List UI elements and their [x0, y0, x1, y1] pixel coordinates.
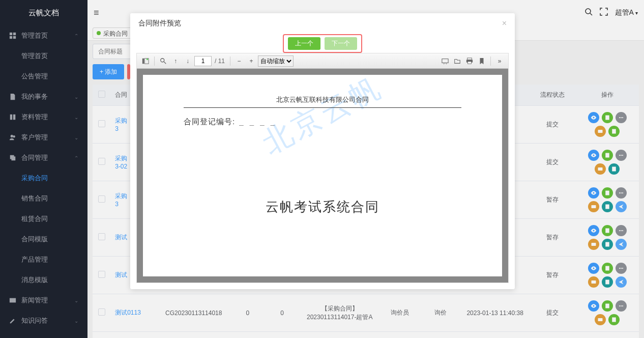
doc-company: 北京云帆互联科技有限公司合同	[184, 95, 461, 107]
pdf-paper: 北京云帆 北京云帆互联科技有限公司合同 合同登记编号:_ _ _ _ 云帆考试系…	[143, 75, 502, 276]
pdf-toolbar: ↑ ↓ / 11 − + 自动缩放 »	[137, 53, 508, 69]
pdf-page-area[interactable]: 北京云帆 北京云帆互联科技有限公司合同 合同登记编号:_ _ _ _ 云帆考试系…	[137, 69, 508, 283]
svg-rect-60	[468, 61, 472, 63]
doc-reg-no: 合同登记编号:_ _ _ _	[184, 117, 461, 127]
next-page-icon[interactable]: ↓	[182, 55, 193, 67]
doc-main-title: 云帆考试系统合同	[184, 198, 461, 216]
modal-close-icon[interactable]: ×	[502, 19, 507, 28]
prev-page-icon[interactable]: ↑	[170, 55, 181, 67]
nav-highlight-box: 上一个 下一个	[283, 34, 362, 53]
svg-rect-55	[442, 59, 448, 63]
bookmark-icon[interactable]	[476, 55, 487, 67]
presentation-icon[interactable]	[440, 55, 451, 67]
svg-point-52	[147, 58, 149, 60]
page-input[interactable]	[194, 56, 212, 66]
zoom-select[interactable]: 自动缩放	[258, 55, 294, 67]
find-icon[interactable]	[158, 55, 169, 67]
open-file-icon[interactable]	[452, 55, 463, 67]
svg-rect-58	[467, 58, 472, 60]
print-icon[interactable]	[464, 55, 475, 67]
doc-hr	[184, 107, 461, 108]
zoom-out-icon[interactable]: −	[233, 55, 245, 67]
sidebar-toggle-icon[interactable]	[140, 55, 151, 67]
prev-button[interactable]: 上一个	[288, 37, 320, 50]
tools-icon[interactable]: »	[494, 55, 505, 67]
preview-modal: 合同附件预览 × 上一个 下一个 ↑ ↓ / 11 − + 自动缩放	[130, 13, 515, 289]
pdf-viewer: ↑ ↓ / 11 − + 自动缩放 »	[136, 53, 509, 283]
svg-line-57	[446, 63, 447, 64]
svg-rect-50	[142, 58, 144, 64]
page-total: / 11	[215, 58, 225, 65]
next-button[interactable]: 下一个	[325, 37, 357, 50]
modal-title: 合同附件预览	[138, 19, 181, 28]
zoom-in-icon[interactable]: +	[246, 55, 257, 67]
svg-line-56	[444, 63, 444, 64]
svg-line-54	[164, 61, 166, 63]
svg-point-53	[161, 58, 164, 62]
